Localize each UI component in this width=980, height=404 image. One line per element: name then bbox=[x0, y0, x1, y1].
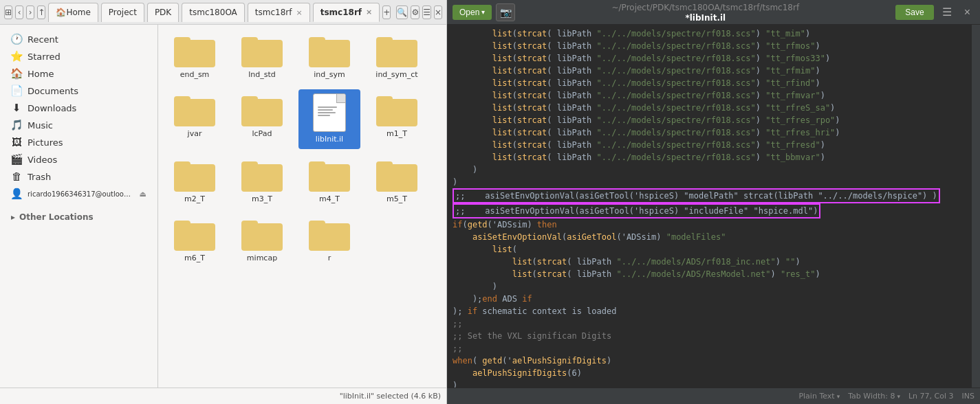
recent-icon: 🕐 bbox=[11, 34, 22, 45]
file-item[interactable]: jvar bbox=[164, 89, 226, 148]
fm-view-btn[interactable]: ☰ bbox=[422, 5, 431, 19]
music-icon: 🎵 bbox=[11, 120, 22, 131]
folder-icon bbox=[376, 93, 417, 126]
file-type-status[interactable]: Plain Text ▾ bbox=[798, 392, 840, 401]
file-item[interactable]: r bbox=[298, 214, 360, 267]
file-doc-icon bbox=[313, 93, 346, 132]
editor-save-button[interactable]: Save bbox=[895, 5, 933, 20]
editor-scrollbar[interactable] bbox=[972, 25, 980, 388]
insert-mode-status: INS bbox=[962, 392, 974, 401]
cursor-position-status: Ln 77, Col 3 bbox=[908, 392, 954, 401]
fm-forward-btn[interactable]: › bbox=[26, 5, 34, 19]
folder-icon bbox=[309, 218, 350, 251]
fm-add-tab-btn[interactable]: + bbox=[382, 5, 391, 19]
sidebar-item-documents[interactable]: 📄 Documents bbox=[3, 82, 155, 99]
eject-icon[interactable]: ⏏ bbox=[140, 190, 146, 199]
other-locations-expand-icon: ▸ bbox=[11, 212, 15, 222]
fm-tab-home-icon: 🏠 bbox=[56, 8, 66, 17]
fm-files-area: end_sm lnd_std ind_sym bbox=[158, 25, 446, 388]
fm-sidebar: 🕐 Recent ⭐ Starred 🏠 Home 📄 Documents ⬇ … bbox=[0, 25, 158, 388]
fm-tab-tsmc18rf-1[interactable]: tsmc18rf × bbox=[248, 3, 310, 22]
fm-back-btn[interactable]: ‹ bbox=[15, 5, 23, 19]
folder-icon bbox=[309, 159, 350, 192]
editor-filepath-area: ~/Project/PDK/tsmc180OA/tsmc18rf/tsmc18r… bbox=[519, 2, 891, 23]
folder-icon bbox=[174, 159, 215, 192]
home-icon: 🏠 bbox=[11, 68, 22, 79]
file-item[interactable]: m1_T bbox=[366, 89, 428, 148]
pictures-icon: 🖼 bbox=[11, 137, 22, 148]
text-editor: Open ▾ 📷 ~/Project/PDK/tsmc180OA/tsmc18r… bbox=[447, 0, 980, 404]
starred-icon: ⭐ bbox=[11, 51, 22, 62]
folder-icon bbox=[376, 159, 417, 192]
editor-camera-button[interactable]: 📷 bbox=[496, 3, 515, 21]
fm-search-btn[interactable]: 🔍 bbox=[396, 5, 408, 19]
fm-status-text: "libInit.il" selected (4.6 kB) bbox=[340, 392, 441, 401]
cloud-icon: 👤 bbox=[11, 188, 22, 199]
folder-icon bbox=[376, 34, 417, 67]
file-item[interactable]: lcPad bbox=[231, 89, 293, 148]
editor-open-button[interactable]: Open ▾ bbox=[453, 5, 492, 20]
file-item[interactable]: m6_T bbox=[164, 214, 226, 267]
editor-filepath: ~/Project/PDK/tsmc180OA/tsmc18rf/tsmc18r… bbox=[612, 3, 800, 12]
editor-close-button[interactable]: × bbox=[960, 5, 974, 20]
file-item[interactable]: ind_sym bbox=[298, 30, 360, 84]
file-grid: end_sm lnd_std ind_sym bbox=[164, 30, 441, 267]
file-item[interactable]: m4_T bbox=[298, 155, 360, 208]
folder-icon bbox=[241, 218, 283, 251]
sidebar-item-starred[interactable]: ⭐ Starred bbox=[3, 48, 155, 65]
editor-menu-button[interactable]: ☰ bbox=[938, 4, 956, 20]
file-item[interactable]: ind_sym_ct bbox=[366, 30, 428, 84]
fm-tab-project[interactable]: Project bbox=[101, 3, 144, 22]
editor-content[interactable]: list(strcat( libPath "../../models/spect… bbox=[447, 25, 972, 388]
editor-body: list(strcat( libPath "../../models/spect… bbox=[447, 25, 980, 388]
camera-icon: 📷 bbox=[500, 7, 512, 18]
file-item[interactable]: mimcap bbox=[231, 214, 293, 267]
editor-titlebar: Open ▾ 📷 ~/Project/PDK/tsmc180OA/tsmc18r… bbox=[447, 0, 980, 25]
fm-tab-tsmc18rf-2[interactable]: tsmc18rf × bbox=[313, 3, 380, 22]
tab-width-arrow: ▾ bbox=[897, 393, 900, 400]
fm-tab-close-1[interactable]: × bbox=[296, 8, 303, 17]
fm-content: 🕐 Recent ⭐ Starred 🏠 Home 📄 Documents ⬇ … bbox=[0, 25, 446, 388]
fm-titlebar: ⊞ ‹ › ↑ 🏠 Home Project PDK tsmc180OA tsm… bbox=[0, 0, 446, 25]
videos-icon: 🎬 bbox=[11, 154, 22, 165]
fm-tab-pdk[interactable]: PDK bbox=[147, 3, 179, 22]
fm-filter-btn[interactable]: ⚙ bbox=[411, 5, 420, 19]
sidebar-item-cloud-account[interactable]: 👤 ricardo1966346317@outlook.com ⏏ bbox=[3, 186, 155, 202]
file-type-arrow: ▾ bbox=[837, 393, 840, 400]
sidebar-item-music[interactable]: 🎵 Music bbox=[3, 117, 155, 133]
folder-icon bbox=[309, 34, 350, 67]
folder-icon bbox=[241, 159, 283, 192]
file-item[interactable]: lnd_std bbox=[231, 30, 293, 84]
trash-icon: 🗑 bbox=[11, 171, 22, 182]
fm-statusbar: "libInit.il" selected (4.6 kB) bbox=[0, 388, 446, 404]
fm-close-btn[interactable]: × bbox=[434, 5, 442, 19]
sidebar-section-other[interactable]: ▸ Other Locations bbox=[3, 210, 155, 225]
sidebar-item-downloads[interactable]: ⬇ Downloads bbox=[3, 100, 155, 116]
tab-width-status[interactable]: Tab Width: 8 ▾ bbox=[848, 392, 900, 401]
folder-icon bbox=[174, 34, 215, 67]
editor-statusbar: Plain Text ▾ Tab Width: 8 ▾ Ln 77, Col 3… bbox=[447, 388, 980, 404]
open-dropdown-arrow: ▾ bbox=[481, 8, 485, 16]
file-item[interactable]: m3_T bbox=[231, 155, 293, 208]
file-item[interactable]: m2_T bbox=[164, 155, 226, 208]
fm-up-btn[interactable]: ↑ bbox=[37, 5, 45, 19]
folder-icon bbox=[174, 218, 215, 251]
folder-icon bbox=[174, 93, 215, 126]
sidebar-item-videos[interactable]: 🎬 Videos bbox=[3, 151, 155, 168]
fm-tab-tsmc180oa[interactable]: tsmc180OA bbox=[182, 3, 245, 22]
file-manager: ⊞ ‹ › ↑ 🏠 Home Project PDK tsmc180OA tsm… bbox=[0, 0, 447, 404]
folder-icon bbox=[241, 34, 283, 67]
fm-tab-close-2[interactable]: × bbox=[366, 8, 372, 16]
sidebar-item-recent[interactable]: 🕐 Recent bbox=[3, 31, 155, 47]
folder-icon bbox=[241, 93, 283, 126]
sidebar-item-pictures[interactable]: 🖼 Pictures bbox=[3, 134, 155, 150]
sidebar-item-home[interactable]: 🏠 Home bbox=[3, 65, 155, 82]
file-item-libinit[interactable]: libInit.il bbox=[298, 89, 360, 148]
file-item[interactable]: m5_T bbox=[366, 155, 428, 208]
editor-filename-modified: *libInit.il bbox=[685, 13, 726, 23]
documents-icon: 📄 bbox=[11, 85, 22, 96]
fm-tab-home[interactable]: 🏠 Home bbox=[48, 3, 98, 22]
fm-files-icon[interactable]: ⊞ bbox=[4, 5, 12, 19]
file-item[interactable]: end_sm bbox=[164, 30, 226, 84]
sidebar-item-trash[interactable]: 🗑 Trash bbox=[3, 168, 155, 185]
